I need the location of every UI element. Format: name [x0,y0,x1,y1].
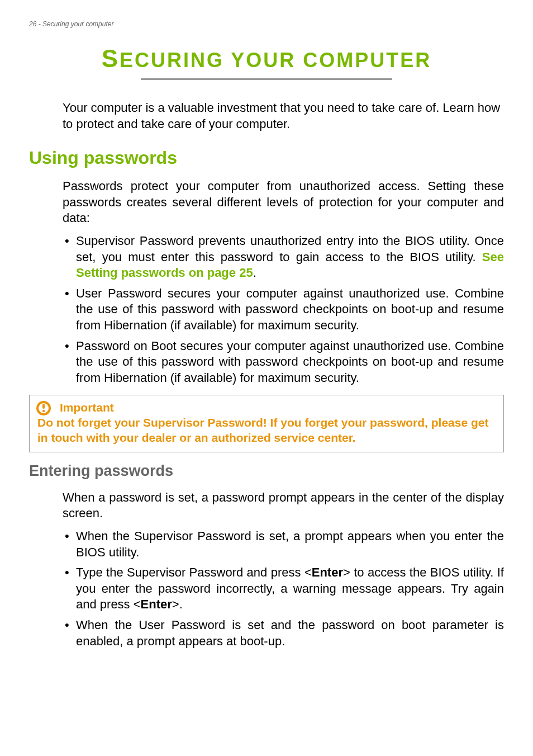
list-item: Type the Supervisor Password and press <… [63,565,504,613]
list-item: When the User Password is set and the pa… [63,617,504,649]
title-first-letter: S [102,45,120,72]
page-title: SECURING YOUR COMPUTER [29,45,504,73]
bullet-text-part: Type the Supervisor Password and press < [76,565,312,579]
svg-rect-2 [42,404,45,409]
key-name: Enter [141,597,172,611]
title-rest: ECURING YOUR COMPUTER [120,49,431,72]
bullet-text: Supervisor Password prevents unauthorize… [76,234,504,264]
entering-passwords-body: When a password is set, a password promp… [63,490,504,522]
using-passwords-list: Supervisor Password prevents unauthorize… [63,233,504,386]
list-item: When the Supervisor Password is set, a p… [63,528,504,560]
important-title: Important [60,401,496,414]
key-name: Enter [312,565,343,579]
page-header: 26 - Securing your computer [29,20,504,28]
using-passwords-body: Passwords protect your computer from una… [63,178,504,226]
list-item: Supervisor Password prevents unauthorize… [63,233,504,281]
intro-paragraph: Your computer is a valuable investment t… [63,100,504,132]
title-divider [141,78,392,80]
warning-icon [35,400,52,417]
list-item: User Password secures your computer agai… [63,286,504,334]
important-body: Do not forget your Supervisor Password! … [37,415,496,445]
bullet-text-part: >. [172,597,183,611]
bullet-text-post: . [253,266,256,280]
important-callout: Important Do not forget your Supervisor … [29,395,504,452]
heading-entering-passwords: Entering passwords [29,462,504,480]
heading-using-passwords: Using passwords [29,148,504,168]
svg-point-3 [42,410,45,412]
list-item: Password on Boot secures your computer a… [63,338,504,386]
entering-passwords-list: When the Supervisor Password is set, a p… [63,528,504,649]
